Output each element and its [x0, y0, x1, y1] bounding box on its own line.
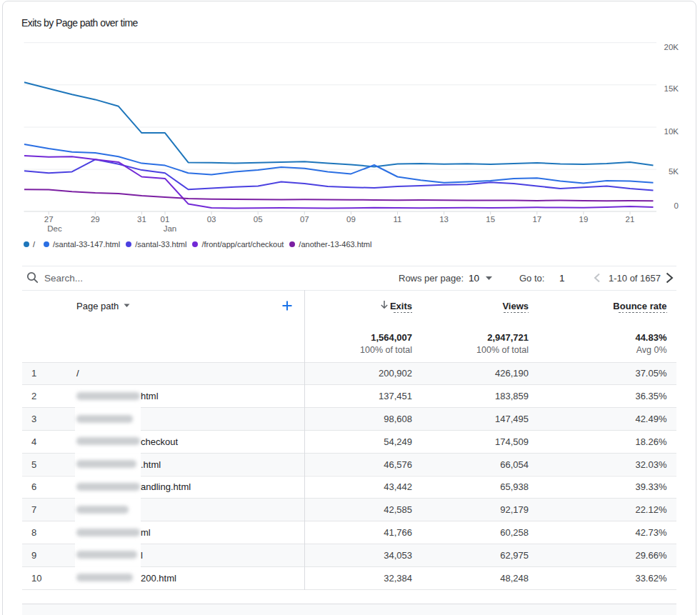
svg-text:21: 21 — [626, 215, 635, 224]
svg-text:13: 13 — [439, 215, 449, 224]
svg-text:09: 09 — [346, 215, 356, 224]
svg-text:11: 11 — [394, 215, 402, 224]
svg-text:Dec: Dec — [47, 224, 62, 233]
svg-text:10K: 10K — [664, 127, 679, 136]
svg-text:03: 03 — [207, 215, 216, 224]
svg-text:29: 29 — [91, 215, 100, 224]
svg-text:19: 19 — [579, 215, 589, 224]
svg-text:0: 0 — [674, 201, 679, 210]
svg-text:17: 17 — [532, 215, 541, 224]
svg-text:05: 05 — [254, 215, 263, 224]
svg-text:31: 31 — [137, 215, 146, 224]
svg-text:5K: 5K — [669, 167, 679, 176]
svg-text:Jan: Jan — [164, 224, 177, 233]
svg-text:15: 15 — [486, 215, 495, 224]
svg-text:15K: 15K — [664, 84, 679, 93]
svg-text:07: 07 — [300, 215, 309, 224]
svg-text:27: 27 — [44, 215, 54, 224]
svg-text:01: 01 — [161, 215, 170, 224]
svg-text:20K: 20K — [664, 43, 679, 51]
